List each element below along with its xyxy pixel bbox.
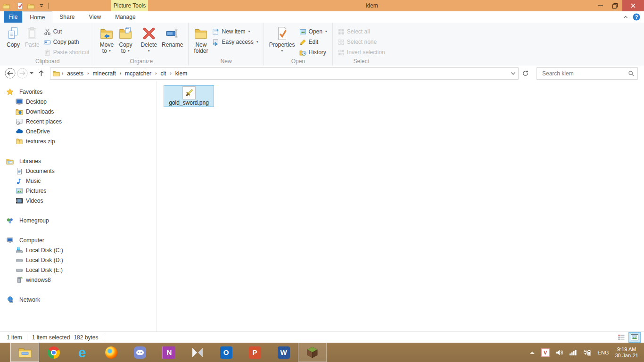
sidebar-item-downloads[interactable]: Downloads: [0, 107, 156, 116]
copy-to-button[interactable]: Copy to: [116, 24, 135, 55]
new-folder-button[interactable]: New folder: [191, 24, 210, 54]
file-list-area[interactable]: gold_sword.png: [157, 81, 644, 332]
taskbar-chrome-button[interactable]: [39, 343, 68, 362]
breadcrumb-assets[interactable]: assets: [64, 68, 87, 79]
rename-button[interactable]: Rename: [159, 24, 185, 48]
properties-label: Properties: [269, 42, 295, 48]
forward-button[interactable]: [16, 67, 28, 80]
sidebar-item-local-disk-c[interactable]: Local Disk (C:): [0, 245, 156, 255]
new-folder-icon: [194, 25, 208, 41]
sidebar-item-windows8-drive[interactable]: windows8: [0, 275, 156, 285]
new-item-button[interactable]: New item: [210, 26, 260, 37]
battery-power-icon[interactable]: [583, 349, 592, 356]
sidebar-item-pictures[interactable]: Pictures: [0, 186, 156, 196]
address-bar[interactable]: assets minecraft mcpatcher cit kiem: [50, 67, 519, 80]
recent-locations-caret[interactable]: [28, 67, 35, 80]
open-button[interactable]: Open: [297, 26, 330, 37]
taskbar-minecraft-button[interactable]: [298, 343, 327, 362]
back-button[interactable]: [4, 67, 16, 80]
tab-home[interactable]: Home: [22, 11, 52, 23]
sidebar-section-libraries[interactable]: Libraries: [0, 156, 156, 166]
taskbar-discord-button[interactable]: [125, 343, 154, 362]
invert-selection-button[interactable]: Invert selection: [336, 47, 387, 58]
qat-new-folder-button[interactable]: [26, 1, 35, 10]
minimize-button[interactable]: [593, 0, 608, 11]
taskbar-onenote-button[interactable]: N: [154, 343, 183, 362]
file-item-gold-sword[interactable]: gold_sword.png: [164, 85, 214, 107]
breadcrumb-kiem[interactable]: kiem: [172, 68, 190, 79]
select-none-button[interactable]: Select none: [336, 37, 387, 47]
help-icon[interactable]: ?: [633, 13, 640, 21]
search-box[interactable]: [537, 67, 638, 80]
sidebar-item-local-disk-e[interactable]: Local Disk (E:): [0, 265, 156, 275]
taskbar-file-explorer-button[interactable]: [10, 343, 39, 362]
computer-icon: [6, 237, 14, 244]
edit-button[interactable]: Edit: [297, 37, 330, 47]
qat-customize-caret-button[interactable]: [37, 1, 46, 10]
tab-file[interactable]: File: [4, 11, 22, 23]
v-tray-icon[interactable]: V: [541, 348, 550, 357]
copy-path-button[interactable]: Copy path: [42, 37, 91, 47]
picture-tools-contextual-tab[interactable]: Picture Tools: [111, 0, 148, 11]
breadcrumb-minecraft[interactable]: minecraft: [89, 68, 119, 79]
tab-view[interactable]: View: [82, 11, 108, 23]
taskbar-word-button[interactable]: W: [269, 343, 298, 362]
local-disk-c-label: Local Disk (C:): [26, 247, 63, 254]
sidebar-item-documents[interactable]: Documents: [0, 166, 156, 176]
sidebar-section-homegroup[interactable]: Homegroup: [0, 215, 156, 225]
pictures-icon: [16, 187, 23, 195]
refresh-button[interactable]: [520, 68, 531, 79]
taskbar-firefox-button[interactable]: [97, 343, 125, 362]
sidebar-item-textures-zip[interactable]: textures.zip: [0, 136, 156, 146]
properties-icon: [275, 25, 289, 41]
sidebar-item-onedrive[interactable]: OneDrive: [0, 126, 156, 136]
tab-manage[interactable]: Manage: [108, 11, 142, 23]
network-signal-icon[interactable]: [570, 349, 577, 355]
taskbar-clock[interactable]: 9:19 AM 30-Jan-21: [615, 346, 638, 359]
volume-icon[interactable]: [556, 349, 563, 356]
easy-access-button[interactable]: Easy access: [210, 37, 260, 47]
paste-button[interactable]: Paste: [23, 24, 42, 48]
move-to-label-2: to: [102, 48, 107, 54]
restore-button[interactable]: [608, 0, 622, 11]
language-indicator[interactable]: ENG: [598, 350, 609, 355]
sidebar-section-network[interactable]: Network: [0, 295, 156, 304]
properties-button[interactable]: Properties: [267, 24, 297, 55]
tab-share[interactable]: Share: [52, 11, 82, 23]
cut-button[interactable]: Cut: [42, 26, 91, 37]
search-icon[interactable]: [628, 70, 635, 77]
svg-text:?: ?: [635, 14, 638, 20]
sidebar-item-videos[interactable]: Videos: [0, 196, 156, 206]
delete-button[interactable]: Delete: [138, 24, 159, 55]
sidebar-section-computer[interactable]: Computer: [0, 235, 156, 245]
breadcrumb-mcpatcher[interactable]: mcpatcher: [122, 68, 155, 79]
paste-shortcut-button[interactable]: Paste shortcut: [42, 47, 91, 58]
qat-properties-button[interactable]: [16, 1, 24, 10]
taskbar-internet-explorer-button[interactable]: e: [68, 343, 97, 362]
history-button[interactable]: History: [297, 47, 330, 58]
local-disk-d-label: Local Disk (D:): [26, 257, 63, 263]
sidebar-item-local-disk-d[interactable]: Local Disk (D:): [0, 255, 156, 265]
thumbnail-view-button[interactable]: [629, 333, 640, 342]
move-to-button[interactable]: Move to: [97, 24, 116, 55]
taskbar-powerpoint-button[interactable]: P: [240, 343, 269, 362]
status-bar: 1 item 1 item selected 182 bytes: [0, 331, 644, 343]
sidebar-item-desktop[interactable]: Desktop: [0, 97, 156, 107]
sidebar-item-music[interactable]: Music: [0, 176, 156, 186]
copy-button[interactable]: Copy: [4, 24, 23, 48]
select-all-button[interactable]: Select all: [336, 26, 387, 37]
minimize-ribbon-chevron-icon[interactable]: [622, 14, 629, 20]
breadcrumb-cit[interactable]: cit: [157, 68, 169, 79]
up-one-level-button[interactable]: [35, 67, 47, 80]
show-hidden-icons-button[interactable]: [529, 351, 535, 354]
address-dropdown-caret[interactable]: [508, 72, 518, 75]
details-view-button[interactable]: [616, 333, 627, 342]
taskbar-kmplayer-button[interactable]: [183, 343, 212, 362]
taskbar-outlook-button[interactable]: O: [212, 343, 240, 362]
close-button[interactable]: [622, 0, 644, 11]
sidebar-section-favorites[interactable]: Favorites: [0, 87, 156, 97]
paste-shortcut-label: Paste shortcut: [53, 49, 90, 56]
videos-icon: [16, 197, 23, 205]
search-input[interactable]: [541, 70, 628, 77]
sidebar-item-recent-places[interactable]: Recent places: [0, 116, 156, 126]
